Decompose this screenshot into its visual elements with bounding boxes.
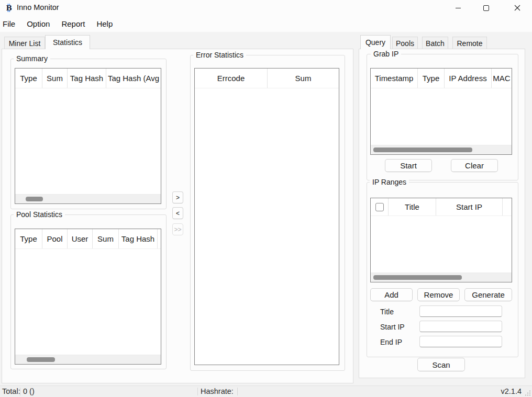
start-ip-field[interactable] bbox=[419, 321, 502, 332]
column-header-tag-hash[interactable]: Tag Hash bbox=[68, 69, 106, 88]
column-header-type[interactable]: Type bbox=[418, 69, 445, 88]
ip-ranges-group-title: IP Ranges bbox=[370, 178, 409, 186]
move-right-button[interactable]: > bbox=[172, 191, 183, 203]
end-ip-field[interactable] bbox=[419, 336, 502, 347]
maximize-button[interactable] bbox=[474, 0, 498, 16]
title-field[interactable] bbox=[419, 305, 502, 317]
version-label: v2.1.4 bbox=[501, 387, 522, 395]
remove-button[interactable]: Remove bbox=[417, 288, 460, 301]
move-all-right-button[interactable]: >> bbox=[172, 223, 183, 235]
add-button[interactable]: Add bbox=[370, 288, 413, 301]
column-header-type[interactable]: Type bbox=[15, 229, 42, 248]
summary-table: Type Sum Tag Hash Tag Hash (Avg bbox=[15, 68, 161, 204]
scan-button[interactable]: Scan bbox=[417, 358, 465, 371]
column-header-ip-address[interactable]: IP Address bbox=[445, 69, 492, 88]
column-header-sum[interactable]: Sum bbox=[93, 229, 119, 248]
grab-ip-horizontal-scrollbar[interactable] bbox=[371, 145, 512, 154]
minimize-icon bbox=[456, 8, 461, 8]
hashrate-label: Hashrate: bbox=[201, 387, 234, 395]
pool-table-header: Type Pool User Sum Tag Hash bbox=[15, 229, 161, 249]
pool-statistics-table: Type Pool User Sum Tag Hash bbox=[15, 229, 161, 365]
close-icon bbox=[514, 5, 520, 11]
error-statistics-group-title: Error Statistics bbox=[193, 51, 246, 59]
summary-horizontal-scrollbar[interactable] bbox=[15, 194, 161, 203]
close-button[interactable] bbox=[505, 0, 529, 16]
statusbar-divider bbox=[237, 388, 238, 395]
select-all-checkbox[interactable] bbox=[375, 203, 384, 211]
pool-table-body bbox=[15, 249, 161, 355]
ip-ranges-table-body bbox=[371, 216, 512, 273]
tab-remote[interactable]: Remote bbox=[452, 37, 487, 49]
tab-miner-list[interactable]: Miner List bbox=[4, 37, 45, 49]
menu-item-option[interactable]: Option bbox=[21, 19, 56, 28]
column-header-user[interactable]: User bbox=[68, 229, 93, 248]
ip-ranges-table-header: Title Start IP bbox=[371, 198, 512, 216]
column-header-mac[interactable]: MAC bbox=[492, 69, 512, 88]
scrollbar-thumb[interactable] bbox=[373, 275, 462, 280]
total-label: Total: bbox=[2, 387, 20, 395]
ip-ranges-horizontal-scrollbar[interactable] bbox=[371, 273, 512, 282]
tab-query[interactable]: Query bbox=[360, 35, 391, 49]
column-header-type[interactable]: Type bbox=[15, 69, 42, 88]
titlebar: B Inno Monitor bbox=[0, 0, 532, 16]
scrollbar-thumb[interactable] bbox=[27, 357, 55, 362]
maximize-icon bbox=[483, 5, 489, 11]
grab-ip-table-header: Timestamp Type IP Address MAC bbox=[371, 69, 512, 88]
clear-button[interactable]: Clear bbox=[451, 159, 498, 172]
column-header-pool[interactable]: Pool bbox=[42, 229, 68, 248]
column-header-spacer bbox=[503, 198, 512, 215]
svg-text:B: B bbox=[6, 4, 12, 12]
tab-batch[interactable]: Batch bbox=[422, 37, 448, 49]
app-window: B Inno Monitor File Option Report Help M… bbox=[0, 0, 532, 397]
grab-ip-table: Timestamp Type IP Address MAC bbox=[370, 68, 512, 155]
title-field-label: Title bbox=[380, 308, 394, 316]
menu-item-report[interactable]: Report bbox=[56, 19, 91, 28]
grab-ip-group-title: Grab IP bbox=[371, 50, 401, 58]
statusbar-divider bbox=[197, 388, 198, 395]
error-table-body bbox=[195, 88, 339, 365]
total-value: 0 () bbox=[23, 387, 35, 395]
column-header-errcode[interactable]: Errcode bbox=[195, 69, 268, 88]
statusbar: Total: 0 () Hashrate: v2.1.4 bbox=[0, 385, 532, 397]
minimize-button[interactable] bbox=[446, 0, 470, 16]
summary-table-body bbox=[15, 88, 161, 194]
menu-item-help[interactable]: Help bbox=[91, 19, 118, 28]
column-header-sum[interactable]: Sum bbox=[268, 69, 339, 88]
scrollbar-thumb[interactable] bbox=[26, 197, 43, 201]
start-ip-field-label: Start IP bbox=[380, 323, 405, 331]
error-table-header: Errcode Sum bbox=[195, 69, 339, 88]
pool-horizontal-scrollbar[interactable] bbox=[15, 355, 161, 364]
column-header-sum[interactable]: Sum bbox=[42, 69, 68, 88]
error-statistics-table: Errcode Sum bbox=[194, 68, 339, 365]
summary-group-title: Summary bbox=[14, 54, 50, 63]
start-button[interactable]: Start bbox=[385, 159, 432, 172]
column-header-start-ip[interactable]: Start IP bbox=[436, 198, 503, 215]
column-header-tag-hash[interactable]: Tag Hash bbox=[119, 229, 158, 248]
scrollbar-thumb[interactable] bbox=[373, 148, 472, 152]
tab-pools[interactable]: Pools bbox=[392, 37, 418, 49]
tab-statistics[interactable]: Statistics bbox=[45, 35, 90, 49]
window-title: Inno Monitor bbox=[17, 3, 59, 12]
column-header-tag-hash-avg[interactable]: Tag Hash (Avg bbox=[106, 69, 161, 88]
column-header-spacer bbox=[158, 229, 161, 248]
menubar: File Option Report Help bbox=[0, 16, 532, 32]
move-left-button[interactable]: < bbox=[172, 207, 183, 219]
statusbar-divider bbox=[20, 388, 20, 395]
grab-ip-table-body bbox=[371, 88, 512, 145]
menu-item-file[interactable]: File bbox=[0, 19, 21, 28]
column-header-title[interactable]: Title bbox=[388, 198, 436, 215]
ip-ranges-table: Title Start IP bbox=[370, 198, 512, 282]
generate-button[interactable]: Generate bbox=[464, 288, 512, 301]
column-header-timestamp[interactable]: Timestamp bbox=[371, 69, 418, 88]
end-ip-field-label: End IP bbox=[380, 338, 402, 346]
resize-grip[interactable] bbox=[525, 390, 531, 396]
bitcoin-icon: B bbox=[5, 4, 13, 12]
summary-table-header: Type Sum Tag Hash Tag Hash (Avg bbox=[15, 69, 161, 88]
pool-statistics-group-title: Pool Statistics bbox=[14, 210, 65, 219]
column-header-select bbox=[371, 198, 388, 215]
